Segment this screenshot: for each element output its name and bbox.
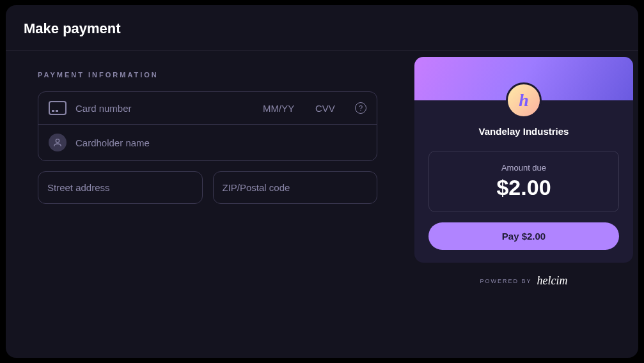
merchant-name: Vandelay Industries [414,126,633,137]
zip-code-input[interactable] [213,171,378,204]
modal-content: PAYMENT INFORMATION ? [6,50,638,358]
person-icon [49,134,67,151]
amount-due-label: Amount due [441,163,607,173]
amount-due-box: Amount due $2.00 [428,151,619,212]
merchant-logo: h [506,82,542,118]
payment-modal: Make payment PAYMENT INFORMATION ? [6,5,638,358]
cardholder-row [38,124,377,160]
pay-button[interactable]: Pay $2.00 [428,222,619,250]
card-number-input[interactable] [75,103,254,114]
summary-panel: h Vandelay Industries Amount due $2.00 P… [409,50,638,358]
street-address-input[interactable] [38,171,203,204]
cardholder-name-input[interactable] [75,137,366,148]
summary-card: h Vandelay Industries Amount due $2.00 P… [414,57,633,263]
cvv-help-icon[interactable]: ? [355,102,366,114]
section-label: PAYMENT INFORMATION [38,71,377,79]
card-number-row: ? [38,92,377,124]
powered-by-label: POWERED BY [480,278,532,284]
card-cvv-input[interactable] [315,103,346,114]
address-row [38,171,377,204]
page-title: Make payment [24,20,620,37]
payment-form: PAYMENT INFORMATION ? [6,50,409,358]
card-expiry-input[interactable] [263,103,306,114]
card-icon [49,101,67,115]
modal-header: Make payment [6,5,638,50]
amount-due-value: $2.00 [441,175,607,200]
powered-by: POWERED BY helcim [414,274,633,288]
card-input-group: ? [38,91,377,161]
merchant-banner: h [414,57,633,100]
svg-point-0 [56,139,59,143]
brand-logo: helcim [537,274,568,288]
